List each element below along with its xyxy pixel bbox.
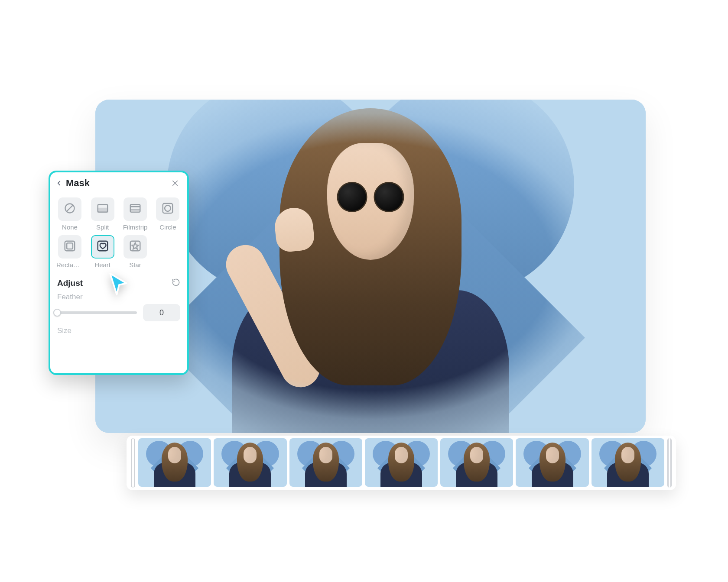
circle-icon [161,202,174,217]
feather-slider-handle[interactable] [53,309,61,317]
mask-option-none[interactable]: None [56,197,83,231]
feather-slider[interactable] [57,311,137,314]
mask-option-label: Star [129,261,141,268]
close-icon[interactable] [170,178,180,188]
panel-title: Mask [66,178,90,189]
svg-rect-5 [98,208,107,212]
mask-option-circle[interactable]: Circle [155,197,181,231]
feather-value[interactable]: 0 [143,304,180,321]
rectangle-icon [63,239,76,254]
heart-icon [96,239,109,254]
mask-option-label: Heart [94,261,110,268]
mask-panel: Mask None Split Filmstrip Circle Rectang… [49,171,189,375]
timeline-strip[interactable] [127,436,676,490]
heart-mask-preview [154,100,587,433]
timeline-frame[interactable] [289,438,362,487]
timeline-frame[interactable] [214,438,286,487]
mask-option-label: None [62,223,78,231]
timeline-frame[interactable] [592,438,664,487]
timeline-frame[interactable] [138,438,211,487]
clip-start-handle[interactable] [131,438,135,488]
svg-marker-15 [132,243,138,249]
back-icon[interactable] [55,179,63,188]
mask-option-split[interactable]: Split [89,197,116,231]
mask-option-label: Circle [159,223,176,231]
svg-point-10 [165,205,171,211]
filmstrip-icon [129,202,142,217]
timeline-frame[interactable] [440,438,513,487]
reset-icon[interactable] [172,278,180,288]
mask-option-rectangle[interactable]: Rectang... [56,235,83,268]
svg-rect-12 [67,243,73,249]
timeline-frame[interactable] [516,438,588,487]
clip-end-handle[interactable] [667,438,672,488]
mask-option-filmstrip[interactable]: Filmstrip [122,197,148,231]
none-icon [64,202,76,216]
mask-option-label: Split [96,223,109,231]
mask-grid: None Split Filmstrip Circle Rectang... H… [50,193,187,271]
size-label: Size [50,322,187,335]
mask-option-heart[interactable]: Heart [89,235,116,268]
star-icon [129,239,142,254]
mask-option-label: Filmstrip [123,223,148,231]
svg-rect-6 [130,204,140,212]
adjust-title: Adjust [57,278,83,288]
feather-label: Feather [57,293,180,301]
svg-line-3 [66,205,73,212]
timeline-frame[interactable] [365,438,438,487]
split-icon [96,202,109,217]
mask-option-label: Rectang... [56,261,83,268]
mask-option-star[interactable]: Star [122,235,148,268]
